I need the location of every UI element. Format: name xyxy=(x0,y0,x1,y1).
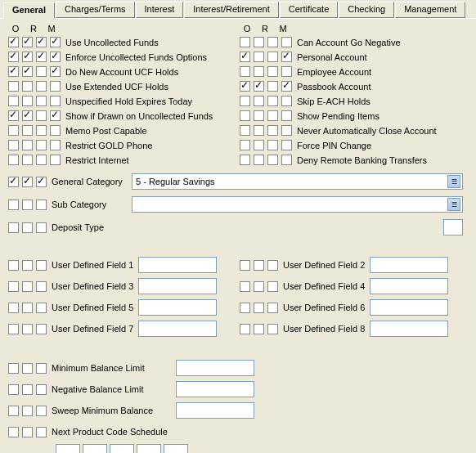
cb-o-udf8[interactable] xyxy=(240,324,250,334)
cb-opt-internet[interactable] xyxy=(50,155,61,165)
cb-m-new-ucf[interactable] xyxy=(36,66,47,77)
cb-r-neg-bal[interactable] xyxy=(22,384,33,395)
cb-m-udf6[interactable] xyxy=(267,303,278,313)
cb-r-unspec[interactable] xyxy=(22,96,33,106)
input-sched-4[interactable] xyxy=(137,444,161,453)
cb-o-personal[interactable] xyxy=(240,52,250,62)
cb-o-udf4[interactable] xyxy=(240,281,250,292)
input-sched-5[interactable] xyxy=(164,444,188,453)
cb-r-gen-cat[interactable] xyxy=(22,177,33,187)
input-udf6[interactable] xyxy=(370,299,448,316)
cb-m-can-neg[interactable] xyxy=(267,37,278,47)
cb-o-ext-ucf[interactable] xyxy=(8,81,19,92)
cb-m-udf3[interactable] xyxy=(36,281,47,292)
cb-o-can-neg[interactable] xyxy=(240,37,250,47)
cb-m-personal[interactable] xyxy=(267,52,278,62)
cb-m-skip[interactable] xyxy=(267,96,278,106)
tab-charges-terms[interactable]: Charges/Terms xyxy=(56,2,135,18)
cb-o-udf7[interactable] xyxy=(8,324,19,334)
cb-r-skip[interactable] xyxy=(254,96,264,106)
cb-m-sub-cat[interactable] xyxy=(36,200,47,210)
list-icon[interactable]: ☰ xyxy=(447,175,460,188)
cb-r-can-neg[interactable] xyxy=(254,37,264,47)
cb-opt-show-drawn[interactable] xyxy=(50,110,61,121)
cb-o-sched[interactable] xyxy=(8,427,19,437)
cb-r-force-pin[interactable] xyxy=(254,140,264,150)
cb-o-udf5[interactable] xyxy=(8,303,19,313)
cb-r-internet[interactable] xyxy=(22,155,33,165)
cb-o-udf1[interactable] xyxy=(8,260,19,271)
cb-m-neg-bal[interactable] xyxy=(36,384,47,395)
tab-general[interactable]: General xyxy=(3,2,55,19)
cb-m-memo[interactable] xyxy=(36,125,47,136)
cb-m-unspec[interactable] xyxy=(36,96,47,106)
cb-opt-force-pin[interactable] xyxy=(281,140,292,150)
cb-m-udf7[interactable] xyxy=(36,324,47,334)
cb-opt-passbook[interactable] xyxy=(281,81,292,92)
cb-r-deny-remote[interactable] xyxy=(254,155,264,165)
cb-r-enforce-ucf[interactable] xyxy=(22,52,33,62)
cb-r-udf5[interactable] xyxy=(22,303,33,313)
cb-o-unspec[interactable] xyxy=(8,96,19,106)
cb-m-employee[interactable] xyxy=(267,66,278,77)
cb-o-neg-bal[interactable] xyxy=(8,384,19,395)
cb-m-show-drawn[interactable] xyxy=(36,110,47,121)
cb-opt-gold[interactable] xyxy=(50,140,61,150)
cb-opt-skip[interactable] xyxy=(281,96,292,106)
cb-r-passbook[interactable] xyxy=(254,81,264,92)
cb-r-sweep[interactable] xyxy=(22,406,33,416)
cb-m-gold[interactable] xyxy=(36,140,47,150)
cb-r-sub-cat[interactable] xyxy=(22,200,33,210)
cb-opt-never-close[interactable] xyxy=(281,125,292,136)
cb-r-new-ucf[interactable] xyxy=(22,66,33,77)
cb-o-show-drawn[interactable] xyxy=(8,110,19,121)
cb-r-udf8[interactable] xyxy=(254,324,264,334)
cb-m-enforce-ucf[interactable] xyxy=(36,52,47,62)
cb-o-gold[interactable] xyxy=(8,140,19,150)
cb-m-sweep[interactable] xyxy=(36,406,47,416)
cb-opt-pending[interactable] xyxy=(281,110,292,121)
cb-o-skip[interactable] xyxy=(240,96,250,106)
cb-r-udf1[interactable] xyxy=(22,260,33,271)
cb-opt-employee[interactable] xyxy=(281,66,292,77)
cb-o-udf6[interactable] xyxy=(240,303,250,313)
cb-opt-new-ucf[interactable] xyxy=(50,66,61,77)
cb-m-use-uncollected[interactable] xyxy=(36,37,47,47)
cb-o-min-bal[interactable] xyxy=(8,363,19,374)
cb-o-pending[interactable] xyxy=(240,110,250,121)
input-udf3[interactable] xyxy=(138,278,217,294)
cb-o-employee[interactable] xyxy=(240,66,250,77)
input-min-bal[interactable] xyxy=(176,360,254,376)
cb-r-udf6[interactable] xyxy=(254,303,264,313)
cb-m-deny-remote[interactable] xyxy=(267,155,278,165)
cb-m-udf4[interactable] xyxy=(267,281,278,292)
cb-m-dep-type[interactable] xyxy=(36,222,47,233)
cb-r-use-uncollected[interactable] xyxy=(22,37,33,47)
cb-m-udf8[interactable] xyxy=(267,324,278,334)
cb-r-gold[interactable] xyxy=(22,140,33,150)
cb-m-pending[interactable] xyxy=(267,110,278,121)
cb-m-never-close[interactable] xyxy=(267,125,278,136)
tab-certificate[interactable]: Certificate xyxy=(280,2,339,18)
cb-m-passbook[interactable] xyxy=(267,81,278,92)
input-neg-bal[interactable] xyxy=(176,381,254,397)
tab-interest[interactable]: Interest xyxy=(136,2,184,18)
input-sched-3[interactable] xyxy=(110,444,134,453)
cb-opt-personal[interactable] xyxy=(281,52,292,62)
cb-opt-enforce-ucf[interactable] xyxy=(50,52,61,62)
cb-m-internet[interactable] xyxy=(36,155,47,165)
cb-m-force-pin[interactable] xyxy=(267,140,278,150)
list-icon[interactable]: ☰ xyxy=(447,198,460,211)
cb-r-employee[interactable] xyxy=(254,66,264,77)
cb-opt-memo[interactable] xyxy=(50,125,61,136)
cb-r-udf7[interactable] xyxy=(22,324,33,334)
input-udf8[interactable] xyxy=(370,321,448,337)
cb-r-udf2[interactable] xyxy=(254,260,264,271)
cb-r-udf3[interactable] xyxy=(22,281,33,292)
cb-r-sched[interactable] xyxy=(22,427,33,437)
input-deposit-type[interactable] xyxy=(443,219,463,235)
cb-m-udf2[interactable] xyxy=(267,260,278,271)
cb-o-use-uncollected[interactable] xyxy=(8,37,19,47)
cb-o-force-pin[interactable] xyxy=(240,140,250,150)
input-udf5[interactable] xyxy=(138,299,217,316)
